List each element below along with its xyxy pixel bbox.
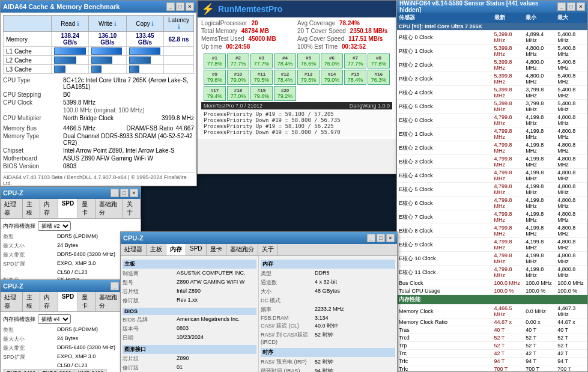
cpuz3-mem-row: FSB:DRAM3:134 xyxy=(261,314,395,322)
chipset-label: Chipset xyxy=(3,147,63,154)
dram-fsb-label: DRAM/FSB Ratio xyxy=(127,125,174,132)
hwinfo-cur: 4,799.8 MHz xyxy=(493,197,524,210)
hwinfo-cur: 5,399.8 MHz xyxy=(493,72,524,86)
cpuz1-maximize[interactable]: □ xyxy=(120,189,129,197)
hwinfo-max: 4,800.8 MHz xyxy=(556,252,587,266)
cpuz3-mem-fields: 类型DDR5通道数4 x 32-bit大小48 GBytesDC 模式频率223… xyxy=(261,269,395,346)
hwinfo-min: 4,800.0 MHz xyxy=(524,44,556,58)
cpuz1-tab-mobo[interactable]: 主板 xyxy=(23,199,40,218)
cpuz2-tab-gpu[interactable]: 显卡 xyxy=(78,292,95,311)
hwinfo-cur: 5,399.8 MHz xyxy=(493,31,524,44)
hwinfo-min: 3,799.8 MHz xyxy=(524,86,556,100)
cpuz1-slot-select[interactable]: 插槽 #2 xyxy=(38,221,71,231)
cpuz2-tab-mem[interactable]: 内存 xyxy=(40,292,58,311)
hwinfo-sensor-name: E核心 11 Clock xyxy=(397,266,493,279)
cpuz3-tab-spd[interactable]: SPD xyxy=(186,244,207,255)
cpuz1-title: CPU-Z xyxy=(3,189,23,197)
hwinfo-section-header: CPU [#0]: Intel Core Ultra 7 265K xyxy=(397,23,587,31)
cpuz1-controls: _ □ × xyxy=(111,189,138,197)
hwinfo-cur: 4,799.8 MHz xyxy=(493,127,524,141)
bench-bar-l1-write xyxy=(89,47,126,56)
cpuz3-tab-about[interactable]: 关于 xyxy=(258,244,278,255)
bench-bar-l3-copy xyxy=(126,65,163,74)
cpuz3-maximize[interactable]: □ xyxy=(377,234,385,242)
hwinfo-row: E核心 2 Clock4,799.8 MHz4,199.8 MHz4,800.8… xyxy=(397,141,587,155)
hwinfo-min: 4,199.8 MHz xyxy=(524,238,556,252)
cpuz2-minimize[interactable]: _ xyxy=(111,282,119,290)
cpuz2-tab-proc[interactable]: 处理器 xyxy=(1,292,23,311)
hwinfo-min: 4,199.8 MHz xyxy=(524,266,556,279)
hwinfo-row: P核心 0 Clock5,399.8 MHz4,899.4 MHz5,400.8… xyxy=(397,31,587,44)
cpuz3-tab-gpu[interactable]: 显卡 xyxy=(207,244,226,255)
hwinfo-sensor-name: Total CPU Usage xyxy=(397,287,493,295)
hwinfo-minimize-btn[interactable]: _ xyxy=(557,2,566,11)
hwinfo-cur: 5,399.8 MHz xyxy=(493,86,524,100)
cpuz3-mem-row: RAS# 到 CAS#延迟 (tRCD)52 时钟 xyxy=(261,331,395,346)
bench-label-l1: L1 Cache xyxy=(4,47,52,56)
cpuz3-mem-row: DC 模式 xyxy=(261,296,395,305)
rmt-log-line: ProcessPriority Down #19 = 58.000 / 55.9… xyxy=(204,129,390,135)
aida-close-btn[interactable]: × xyxy=(186,2,194,11)
hwinfo-sensor-name: E核心 9 Clock xyxy=(397,238,493,252)
hwinfo-sensor-name: Trfc xyxy=(397,365,493,372)
rmt-cs-val: 2350.18 MB/s xyxy=(350,28,388,34)
hwinfo-maximize-btn[interactable]: □ xyxy=(567,2,575,11)
cpuz3-minimize[interactable]: _ xyxy=(367,234,375,242)
rmt-cpu-grid: #177.8%#277.7%#377.7%#478.4%#578.6%#676.… xyxy=(201,52,392,102)
cpuz3-tab-mobo[interactable]: 主板 xyxy=(147,244,166,255)
cpuz3-timings-row: RAS# 预充电 (tRP)52 时钟 xyxy=(261,358,395,367)
cpuz3-close[interactable]: × xyxy=(386,234,395,242)
aida-minimize-btn[interactable]: _ xyxy=(166,2,175,11)
cpuz2-tab-mobo[interactable]: 主板 xyxy=(23,292,40,311)
motherboard-label: Motherboard xyxy=(3,155,63,162)
rmt-lp-label: LogicalProcessor xyxy=(201,20,247,26)
cpuz2-field-row: CL50 / CL23 xyxy=(3,362,138,369)
bench-bar-l2-read xyxy=(52,56,89,65)
aida-maximize-btn[interactable]: □ xyxy=(176,2,184,11)
cpuz1-tab-about[interactable]: 关于 xyxy=(123,199,141,218)
rmt-stat-tm: Total Memory 48784 MB xyxy=(201,28,296,34)
cpuz3-bios-section: BIOS xyxy=(123,308,256,315)
bench-label-l3: L3 Cache xyxy=(4,65,52,74)
cpuz1-tab-gpu[interactable]: 显卡 xyxy=(78,199,95,218)
hwinfo-sensor-name: P核心 1 Clock xyxy=(397,44,493,58)
cpuz3-body: 主板 制造商ASUSTeK COMPUTER INC.型号Z890 ATW GA… xyxy=(121,256,397,372)
hwinfo-sensor-name: E核心 0 Clock xyxy=(397,114,493,127)
rmt-cpu-cell: #1979.6% xyxy=(250,86,273,101)
cpuz1-tab-spd[interactable]: SPD xyxy=(58,199,79,218)
hwinfo-max: 4,800.8 MHz xyxy=(556,224,587,238)
cpuz3-tab-proc[interactable]: 处理器 xyxy=(121,244,147,255)
hwinfo-sensor-name: Trcd xyxy=(397,334,493,342)
hwinfo-close-btn[interactable]: × xyxy=(577,2,585,11)
cpu-stepping-value: B0 xyxy=(63,91,194,98)
hwinfo-max: 5,400.8 MHz xyxy=(556,31,587,44)
hwinfo-max: 4,800.8 MHz xyxy=(556,238,587,252)
rmt-stat-lp: LogicalProcessor 20 xyxy=(201,20,296,26)
cpuz1-tab-bench[interactable]: 基础跑分 xyxy=(95,199,123,218)
cpuz2-tab-bench[interactable]: 基础跑分 xyxy=(95,292,123,311)
rmt-tm-val: 48784 MB xyxy=(241,28,269,34)
hwinfo-sensor-name: Tras xyxy=(397,326,493,334)
bench-val-l3-latency xyxy=(164,65,194,74)
rmt-stat-cs: 20 T Cover Speed 2350.18 MB/s xyxy=(297,28,392,34)
cpuz3-mem-row: 通道数4 x 32-bit xyxy=(261,278,395,287)
cpuz2-tab-spd[interactable]: SPD xyxy=(58,292,79,311)
cpuz1-close[interactable]: × xyxy=(130,189,138,197)
cpuz3-tab-mem[interactable]: 内存 xyxy=(166,244,186,255)
cpuz1-minimize[interactable]: _ xyxy=(111,189,119,197)
cpuz1-tab-proc[interactable]: 处理器 xyxy=(1,199,23,218)
hwinfo-content[interactable]: 传感器 最新 最小 最大 CPU [#0]: Intel Core Ultra … xyxy=(397,13,587,371)
rmt-up-val: 00:24:58 xyxy=(226,43,250,50)
cpuz2-slot-select[interactable]: 插槽 #4 xyxy=(38,314,71,324)
hwinfo-sensor-name: E核心 8 Clock xyxy=(397,224,493,238)
rmt-as-label: Avg Cover Speed xyxy=(297,35,344,42)
cpuz1-tab-mem[interactable]: 内存 xyxy=(40,199,58,218)
cpuz3-timings-section: 时序 xyxy=(261,348,395,357)
cpuz1-title-bar: CPU-Z _ □ × xyxy=(1,187,141,199)
hwinfo-sensor-name: E核心 1 Clock xyxy=(397,127,493,141)
hwinfo-cur: 40 T xyxy=(493,326,524,334)
cpuz3-tab-bench[interactable]: 基础跑分 xyxy=(226,244,258,255)
cpuz2-timing-table: EXPO-6400EXPO-6000XMP-6400频率3200 MHz3000… xyxy=(3,369,138,372)
hwinfo-min: 0.0 MHz xyxy=(524,305,556,319)
hwinfo-col-current: 最新 xyxy=(493,13,524,23)
